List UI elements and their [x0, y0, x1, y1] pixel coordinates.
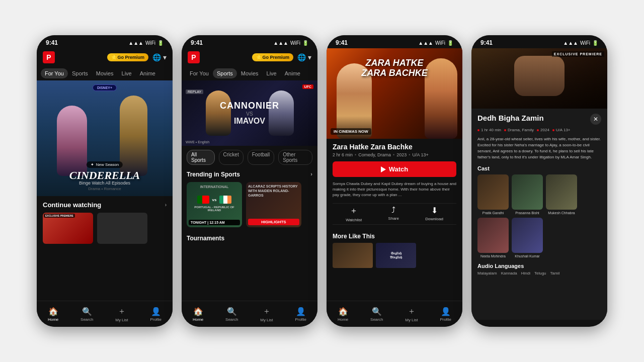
- movie-info: Zara Hatke Zara Bachke 2 hr 6 min • Come…: [327, 139, 462, 233]
- tonight-badge: TONIGHT | 12:15 AM: [189, 220, 240, 225]
- search-icon-2: 🔍: [227, 307, 237, 316]
- nav-home-1[interactable]: 🏠 Home: [48, 307, 58, 322]
- status-bar-4: 9:41 ▲▲▲ WiFi 🔋: [471, 35, 607, 48]
- status-bar-1: 9:41 ▲▲▲ WiFi 🔋: [37, 35, 173, 48]
- watch-button[interactable]: Watch: [333, 161, 456, 177]
- download-btn[interactable]: ⬇ Download: [425, 206, 443, 222]
- movie-description: Somya Chawla Dubey and Kapil Dubey dream…: [333, 181, 456, 198]
- nav-mylist-2[interactable]: ＋ My List: [260, 306, 273, 322]
- continue-watching-title: Continue watching: [43, 201, 101, 209]
- cast-item-pratik[interactable]: Pratik Gandhi: [477, 174, 509, 215]
- mylist-icon-1: ＋: [118, 306, 126, 317]
- cast-item-prasanna[interactable]: Prasanna Bisht: [512, 174, 543, 215]
- portugal-flags: vs: [187, 190, 242, 206]
- detail-hero-figure: [514, 56, 565, 96]
- new-season-text: New Season: [96, 162, 119, 167]
- nav-search-1[interactable]: 🔍 Search: [80, 307, 93, 322]
- continue-item-2[interactable]: [97, 213, 147, 244]
- nav-home-3[interactable]: 🏠 Home: [338, 307, 348, 322]
- nav-mylist-1[interactable]: ＋ My List: [115, 306, 128, 322]
- trending-cards: INTERNATIONAL vs PORTUGAL - REPUBLIC OF …: [187, 182, 312, 227]
- watchlist-label: Watchlist: [346, 218, 362, 222]
- cast-section: Cast Pratik Gandhi Prasanna Bisht Mukesh…: [477, 165, 601, 258]
- continue-items: EXCLUSIVE PREMIERE: [43, 213, 167, 244]
- movie-hero: ZARA HATKEZARA BACHKE IN CINEMAS NOW: [327, 48, 462, 139]
- audio-tamil: Tamil: [550, 271, 560, 276]
- status-time-4: 9:41: [480, 39, 493, 46]
- cast-photo-mukesh: [546, 174, 577, 210]
- mylist-label-3: My List: [405, 318, 418, 322]
- disney-badge: DISNEY+: [93, 84, 117, 91]
- profile-label-1: Profile: [150, 317, 162, 322]
- nav-search-2[interactable]: 🔍 Search: [225, 307, 238, 322]
- meta-dot-rating: [552, 129, 554, 131]
- tab-sports-1[interactable]: Sports: [68, 68, 92, 78]
- tournaments-section: Tournaments: [182, 229, 317, 246]
- header-right-1: ⭐ Go Premium 🌐 ▾: [107, 53, 167, 61]
- cast-item-mukesh[interactable]: Mukesh Chhabra: [546, 174, 577, 215]
- watchlist-btn[interactable]: ＋ Watchlist: [346, 206, 362, 222]
- filter-football[interactable]: Football: [248, 150, 275, 165]
- cast-item-khushali[interactable]: Khushali Kumar: [512, 218, 543, 258]
- trending-card-tennis[interactable]: ALCARAZ SCRIPTS HISTORY WITH MAIDEN ROLA…: [246, 182, 301, 227]
- tab-anime-1[interactable]: Anime: [136, 68, 159, 78]
- new-season-star: ✦: [91, 162, 94, 167]
- globe-button-1[interactable]: 🌐 ▾: [152, 53, 167, 61]
- cannonier-name: CANNONIER: [220, 101, 279, 111]
- nav-mylist-3[interactable]: ＋ My List: [405, 306, 418, 322]
- bottom-nav-2: 🏠 Home 🔍 Search ＋ My List 👤 Profile: [182, 301, 317, 327]
- detail-genres: Drama, Family: [504, 128, 534, 132]
- movie-genre: Comedy, Drama: [358, 152, 391, 157]
- download-icon: ⬇: [431, 206, 438, 215]
- tab-live-2[interactable]: Live: [263, 68, 281, 78]
- status-time-3: 9:41: [336, 39, 348, 46]
- cast-title: Cast: [477, 165, 601, 171]
- app-logo-1: P: [43, 51, 55, 63]
- detail-title: Dedh Bigha Zamin: [477, 114, 544, 122]
- tab-sports-2[interactable]: Sports: [213, 68, 237, 78]
- figure-right: [120, 96, 147, 176]
- detail-content: Dedh Bigha Zamin ✕ 1 hr 40 min Drama, Fa…: [471, 109, 607, 320]
- status-time-1: 9:41: [46, 39, 58, 46]
- wifi-icon-2: WiFi: [290, 40, 300, 46]
- phone-sports: 9:41 ▲▲▲ WiFi 🔋 P ⭐ Go Premium 🌐 ▾ For Y…: [182, 35, 317, 327]
- meta-dot-duration: [477, 129, 479, 131]
- tab-anime-2[interactable]: Anime: [281, 68, 304, 78]
- detail-meta-row: 1 hr 40 min Drama, Family 2024 U/A 13+: [477, 128, 601, 132]
- more-like-title: More Like This: [333, 233, 456, 240]
- nav-home-2[interactable]: 🏠 Home: [193, 307, 203, 322]
- trending-card-portugal[interactable]: INTERNATIONAL vs PORTUGAL - REPUBLIC OF …: [187, 182, 242, 227]
- nav-search-3[interactable]: 🔍 Search: [370, 307, 383, 322]
- meta-sep-1: •: [355, 152, 356, 157]
- premium-button-2[interactable]: ⭐ Go Premium: [252, 53, 294, 61]
- continue-item-1[interactable]: EXCLUSIVE PREMIERE: [43, 213, 93, 244]
- nav-profile-3[interactable]: 👤 Profile: [440, 307, 451, 322]
- trending-see-all[interactable]: ›: [310, 171, 312, 178]
- filter-cricket[interactable]: Cricket: [219, 150, 244, 165]
- close-button[interactable]: ✕: [590, 114, 601, 125]
- nav-profile-1[interactable]: 👤 Profile: [150, 307, 162, 322]
- watchlist-icon: ＋: [350, 206, 358, 216]
- tab-movies-2[interactable]: Movies: [237, 68, 263, 78]
- nav-profile-2[interactable]: 👤 Profile: [295, 307, 306, 322]
- audio-hindi: Hindi: [521, 271, 530, 276]
- filter-other[interactable]: Other Sports: [278, 150, 312, 165]
- tab-for-you-2[interactable]: For You: [186, 68, 213, 78]
- tab-for-you-1[interactable]: For You: [41, 68, 68, 78]
- filter-all-sports[interactable]: All Sports: [187, 150, 215, 165]
- premium-button-1[interactable]: ⭐ Go Premium: [107, 53, 149, 61]
- globe-button-2[interactable]: 🌐 ▾: [297, 53, 311, 61]
- battery-icon-4: 🔋: [592, 40, 598, 46]
- more-item-english-vinglish[interactable]: 𝔈𝔫𝔤𝔩𝔦𝔰𝔥𝔙𝔦𝔫𝔤𝔩𝔦𝔰𝔥: [376, 243, 416, 268]
- cast-grid: Pratik Gandhi Prasanna Bisht Mukesh Chha…: [477, 174, 601, 258]
- tab-live-1[interactable]: Live: [118, 68, 136, 78]
- cast-item-neeta[interactable]: Neeta Mohindra: [477, 218, 509, 258]
- tab-movies-1[interactable]: Movies: [92, 68, 118, 78]
- share-btn[interactable]: ⤴ Share: [388, 206, 399, 222]
- see-all-btn[interactable]: ›: [165, 202, 167, 208]
- ufc-badge: UFC: [302, 84, 313, 89]
- search-label-2: Search: [225, 317, 238, 322]
- movie-year: 2023: [396, 152, 407, 157]
- more-item-1[interactable]: [333, 243, 373, 268]
- highlights-badge: HIGHLIGHTS: [248, 219, 299, 225]
